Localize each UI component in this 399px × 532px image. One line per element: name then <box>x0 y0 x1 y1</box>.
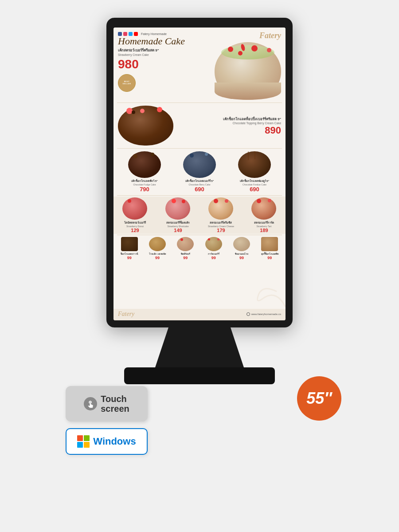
windows-logo <box>77 435 90 448</box>
best-seller-badge: BEST SELLER <box>118 74 136 92</box>
cake-xs3-thai: การ์ตเบอร์รี่ <box>208 252 219 256</box>
cake-sm2-thai: สตรอเบอร์รี่ครีมชีส <box>210 221 232 225</box>
hero2-thai: เค้กช็อกโกแลตท็อปปิ้งเบอร์รี่ครีมสด 9" <box>223 116 281 122</box>
cake-item-sm-3: สตรอเบอร์รี่การ์ต Strawberry Tart 189 <box>244 197 284 233</box>
cake0-thai: เค้กช็อกโกแลตฟัจว์ 5" <box>131 179 158 183</box>
divider4 <box>117 235 282 235</box>
cinnamon-image <box>233 237 250 251</box>
cake-xs-3: การ์ตเบอร์รี่ 99 <box>201 237 226 260</box>
cookie-image <box>261 237 278 251</box>
kiosk-base <box>124 367 275 384</box>
footer-url-text: www.fateryhomemade.co <box>251 313 281 315</box>
cake-item-sm-0: โดนัทสตรอว์เบอร์รี่ Strawberry Donut 129 <box>115 197 155 233</box>
cake-xs-4: ซินนามอนโรล 99 <box>229 237 254 260</box>
size-badge: 55″ <box>297 376 341 421</box>
windows-badge: Windows <box>66 428 148 455</box>
menu-main-title: Homemade Cake <box>118 36 185 47</box>
footer-url: www.fateryhomemade.co <box>246 312 281 316</box>
divider3 <box>117 195 282 196</box>
touch-screen-text: Touchscreen <box>101 394 129 414</box>
cake2-thai: เค้กช็อกโกแลตฟองดูว์ 5" <box>240 179 270 183</box>
cake-xs-5: คุกกี้ช็อกโกแลตชิพ 99 <box>257 237 282 260</box>
kiosk-frame: Fatery Homemade Homemade Cake เค้กสตรอว์… <box>106 18 293 327</box>
hero2-cake-image <box>118 106 173 146</box>
berrytart-image <box>205 237 222 251</box>
hero2-eng: Chocolate Topping Berry Cream Cake <box>223 122 281 125</box>
screen: Fatery Homemade Homemade Cake เค้กสตรอว์… <box>113 28 286 320</box>
petit-image <box>177 237 194 251</box>
cake-sm1-thai: สตรอเบอร์รี่ช็อตเค้ก <box>166 221 190 225</box>
cake-sm1-price: 149 <box>174 228 182 233</box>
cake-xs0-price: 99 <box>127 256 132 260</box>
rollcake-image <box>149 237 166 251</box>
hero2-price: 890 <box>223 125 281 136</box>
windows-label: Windows <box>93 436 136 447</box>
kiosk-neck <box>155 327 244 367</box>
cake-tart-image <box>251 197 276 220</box>
footer-logo: Fatery <box>118 311 134 318</box>
cake-item-0: เค้กช็อกโกแลตฟัจว์ 5" Chocolate Fudge Ca… <box>120 151 169 193</box>
cake-item-2: เค้กช็อกโกแลตฟองดูว์ 5" Chocolate Fondue… <box>230 151 279 193</box>
cake-fudge-image <box>128 151 161 178</box>
cake-xs-1: โรลเค้ก เฮเซลนัท 99 <box>145 237 170 260</box>
cake-xs2-price: 99 <box>183 256 188 260</box>
cake0-price: 790 <box>140 186 149 193</box>
cake-sm3-price: 189 <box>260 228 268 233</box>
cakes-row3: ช็อกโกแลตบราวนี่ 99 โรลเค้ก เฮเซลนัท 99 … <box>113 236 286 261</box>
cake-xs1-thai: โรลเค้ก เฮเซลนัท <box>149 252 165 256</box>
win-quad-tr <box>84 435 90 441</box>
win-quad-tl <box>77 435 83 441</box>
cake-sm0-thai: โดนัทสตรอว์เบอร์รี่ <box>124 221 146 225</box>
finger-touch-icon <box>86 400 94 408</box>
cake-item-sm-1: สตรอเบอร์รี่ช็อตเค้ก Strawberry Shortcak… <box>158 197 198 233</box>
cake-xs4-price: 99 <box>239 256 244 260</box>
logo-and-hero-img: Fatery <box>215 31 281 100</box>
cake-item-1: เค้กช็อกโกแลตเบอร์รี่ 5" Chocolate Berry… <box>175 151 224 193</box>
cake-xs-2: พิตส์กัมบรี 99 <box>173 237 198 260</box>
cake-xs5-price: 99 <box>267 256 272 260</box>
cakes-row2: โดนัทสตรอว์เบอร์รี่ Strawberry Donut 129… <box>113 197 286 234</box>
cake-sm3-thai: สตรอเบอร์รี่การ์ต <box>254 221 274 225</box>
hero1-price: 980 <box>118 58 185 71</box>
touch-screen-badge: Touchscreen <box>66 386 148 422</box>
size-text: 55″ <box>306 389 332 408</box>
win-quad-br <box>84 442 90 448</box>
menu-header: Fatery Homemade Homemade Cake เค้กสตรอว์… <box>113 28 286 102</box>
hero2-info: เค้กช็อกโกแลตท็อปปิ้งเบอร์รี่ครีมสด 9" C… <box>223 115 281 136</box>
menu-footer: Fatery www.fateryhomemade.co <box>113 309 286 320</box>
cake-xs3-price: 99 <box>211 256 216 260</box>
hero-strawberry-cake-image <box>215 42 281 100</box>
kiosk-container: Fatery Homemade Homemade Cake เค้กสตรอว์… <box>106 18 293 384</box>
cake-shortcake-image <box>165 197 190 220</box>
hero1-thai: เค้กสตรอว์เบอร์รี่ครีมสด 9" <box>118 47 185 53</box>
cake1-thai: เค้กช็อกโกแลตเบอร์รี่ 5" <box>185 179 214 183</box>
cake-berry-image <box>183 151 216 178</box>
cake2-price: 690 <box>250 186 259 193</box>
cake-item-sm-2: สตรอเบอร์รี่ครีมชีส Strawberry Cream Che… <box>201 197 241 233</box>
cake-sm2-price: 179 <box>217 228 225 233</box>
logo: Fatery <box>215 31 281 40</box>
cakes-row1: เค้กช็อกโกแลตฟัจว์ 5" Chocolate Fudge Ca… <box>113 150 286 194</box>
divider2 <box>117 148 282 149</box>
search-icon <box>246 312 250 316</box>
cake-xs-0: ช็อกโกแลตบราวนี่ 99 <box>117 237 142 260</box>
cake-creamcheese-image <box>208 197 233 220</box>
touch-icon <box>84 397 97 410</box>
cake-xs2-thai: พิตส์กัมบรี <box>181 252 190 256</box>
cake-xs0-thai: ช็อกโกแลตบราวนี่ <box>121 252 138 256</box>
brand-tagline: Fatery Homemade <box>141 32 167 35</box>
hero1-eng: Strawberry Cream Cake <box>118 53 185 56</box>
cake1-price: 690 <box>195 186 204 193</box>
cake-sm0-price: 129 <box>131 228 139 233</box>
brownie-image <box>121 237 138 251</box>
divider1 <box>117 102 282 103</box>
cake-donut-image <box>122 197 147 220</box>
screen-inner: Fatery Homemade Homemade Cake เค้กสตรอว์… <box>113 28 286 320</box>
win-quad-bl <box>77 442 83 448</box>
cake-fondue-image <box>238 151 271 178</box>
cake-xs4-thai: ซินนามอนโรล <box>235 252 248 256</box>
cake-xs1-price: 99 <box>155 256 160 260</box>
cake-xs5-thai: คุกกี้ช็อกโกแลตชิพ <box>261 252 278 256</box>
hero2-section: เค้กช็อกโกแลตท็อปปิ้งเบอร์รี่ครีมสด 9" C… <box>113 104 286 147</box>
swirl-decoration <box>250 280 286 307</box>
